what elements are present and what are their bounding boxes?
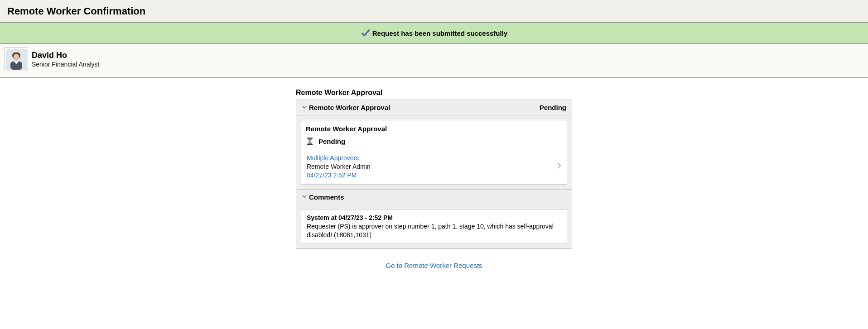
- main-content: Remote Worker Approval Remote Worker App…: [296, 86, 572, 282]
- success-message: Request has been submitted successfully: [372, 29, 507, 37]
- approval-card: Remote Worker Approval Pending: [301, 120, 567, 185]
- approval-body: Remote Worker Approval Pending: [296, 115, 572, 189]
- comments-title: Comments: [309, 193, 344, 201]
- approval-card-title: Remote Worker Approval: [301, 120, 567, 135]
- comment-header: System at 04/27/23 - 2:52 PM: [307, 214, 561, 221]
- approver-role: Remote Worker Admin: [307, 162, 371, 171]
- employee-name: David Ho: [32, 51, 99, 61]
- comment-text: Requester (PS) is approver on step numbe…: [307, 222, 561, 239]
- approver-link: Multiple Approvers: [307, 154, 371, 162]
- hourglass-icon: [306, 137, 314, 145]
- page-title: Remote Worker Confirmation: [7, 5, 861, 17]
- avatar: [5, 48, 28, 71]
- page-header: Remote Worker Confirmation: [0, 0, 868, 22]
- comment-card: System at 04/27/23 - 2:52 PM Requester (…: [301, 209, 567, 244]
- approval-panel-title: Remote Worker Approval: [309, 104, 390, 111]
- chevron-right-icon: [557, 162, 561, 172]
- comments-body: System at 04/27/23 - 2:52 PM Requester (…: [296, 205, 572, 249]
- chevron-down-icon: [302, 104, 307, 111]
- approval-timestamp: 04/27/23 2:52 PM: [307, 171, 371, 180]
- approval-panel: Remote Worker Approval Pending Remote Wo…: [296, 100, 572, 249]
- approval-panel-status: Pending: [540, 104, 566, 111]
- approval-panel-header[interactable]: Remote Worker Approval Pending: [296, 100, 572, 115]
- success-banner: Request has been submitted successfully: [0, 22, 868, 44]
- go-to-requests-link[interactable]: Go to Remote Worker Requests: [386, 262, 482, 269]
- approval-status-label: Pending: [318, 138, 345, 145]
- comments-header[interactable]: Comments: [296, 189, 572, 205]
- approver-row[interactable]: Multiple Approvers Remote Worker Admin 0…: [301, 150, 567, 184]
- checkmark-icon: [361, 28, 371, 38]
- employee-bar: David Ho Senior Financial Analyst: [0, 44, 868, 78]
- svg-point-2: [14, 54, 19, 59]
- footer-link-wrap: Go to Remote Worker Requests: [296, 249, 572, 282]
- chevron-down-icon: [302, 193, 307, 200]
- approval-section-heading: Remote Worker Approval: [296, 86, 572, 100]
- employee-info: David Ho Senior Financial Analyst: [32, 51, 99, 68]
- employee-job-title: Senior Financial Analyst: [32, 61, 99, 68]
- approval-status-row: Pending: [301, 135, 567, 150]
